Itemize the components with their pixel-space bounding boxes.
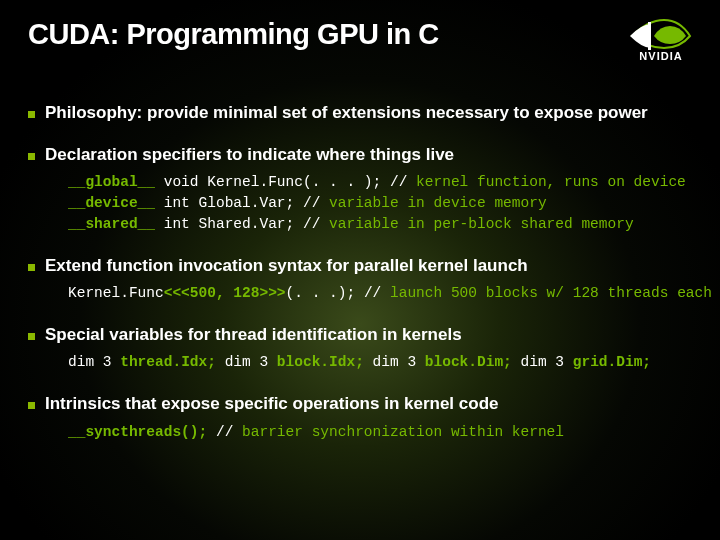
code-text: dim 3 <box>364 354 425 370</box>
comment-slashes: // <box>303 195 329 211</box>
keyword: __shared__ <box>68 216 155 232</box>
code-text: void Kernel.Func(. . . ); <box>155 174 390 190</box>
bullet-row: Declaration specifiers to indicate where… <box>28 144 692 166</box>
header: CUDA: Programming GPU in C NVIDIA <box>28 18 692 62</box>
code-text: int Global.Var; <box>155 195 303 211</box>
nvidia-eye-icon <box>630 14 692 52</box>
point-title: Extend function invocation syntax for pa… <box>45 255 528 277</box>
point-title: Declaration specifiers to indicate where… <box>45 144 454 166</box>
nvidia-logo: NVIDIA <box>630 14 692 62</box>
keyword: __syncthreads(); <box>68 424 207 440</box>
code-text: int Shared.Var; <box>155 216 303 232</box>
code-block: __global__ void Kernel.Func(. . . ); // … <box>68 172 692 235</box>
bullet-icon <box>28 402 35 409</box>
keyword: __device__ <box>68 195 155 211</box>
code-line: __shared__ int Shared.Var; // variable i… <box>68 214 692 235</box>
bullet-point: Philosophy: provide minimal set of exten… <box>28 102 692 124</box>
bullet-icon <box>28 333 35 340</box>
comment-text: variable in device memory <box>329 195 547 211</box>
point-title: Special variables for thread identificat… <box>45 324 462 346</box>
keyword: grid.Dim; <box>573 354 651 370</box>
comment-slashes: // <box>390 174 416 190</box>
bullet-icon <box>28 264 35 271</box>
bullet-point: Special variables for thread identificat… <box>28 324 692 373</box>
comment-text: variable in per-block shared memory <box>329 216 634 232</box>
bullet-icon <box>28 111 35 118</box>
bullet-row: Intrinsics that expose specific operatio… <box>28 393 692 415</box>
code-text: dim 3 <box>68 354 120 370</box>
comment-slashes: // <box>216 424 242 440</box>
bullet-point: Declaration specifiers to indicate where… <box>28 144 692 235</box>
bullet-point: Intrinsics that expose specific operatio… <box>28 393 692 442</box>
slide: CUDA: Programming GPU in C NVIDIA Philos… <box>0 0 720 540</box>
code-line: __device__ int Global.Var; // variable i… <box>68 193 692 214</box>
code-block: __syncthreads(); // barrier synchronizat… <box>68 422 692 443</box>
code-line: __syncthreads(); // barrier synchronizat… <box>68 422 692 443</box>
code-line: __global__ void Kernel.Func(. . . ); // … <box>68 172 692 193</box>
comment-text: barrier synchronization within kernel <box>242 424 564 440</box>
comment-text: kernel function, runs on device <box>416 174 686 190</box>
bullet-point: Extend function invocation syntax for pa… <box>28 255 692 304</box>
comment-slashes: // <box>364 285 390 301</box>
keyword: <<<500, 128>>> <box>164 285 286 301</box>
code-block: Kernel.Func<<<500, 128>>>(. . .); // lau… <box>68 283 692 304</box>
point-title: Intrinsics that expose specific operatio… <box>45 393 498 415</box>
comment-text: launch 500 blocks w/ 128 threads each <box>390 285 712 301</box>
code-text <box>207 424 216 440</box>
code-block: dim 3 thread.Idx; dim 3 block.Idx; dim 3… <box>68 352 692 373</box>
code-line: dim 3 thread.Idx; dim 3 block.Idx; dim 3… <box>68 352 692 373</box>
bullet-row: Philosophy: provide minimal set of exten… <box>28 102 692 124</box>
slide-title: CUDA: Programming GPU in C <box>28 18 439 51</box>
keyword: block.Idx; <box>277 354 364 370</box>
keyword: thread.Idx; <box>120 354 216 370</box>
code-text: dim 3 <box>512 354 573 370</box>
nvidia-logo-text: NVIDIA <box>639 50 682 62</box>
code-text: dim 3 <box>216 354 277 370</box>
keyword: block.Dim; <box>425 354 512 370</box>
bullet-icon <box>28 153 35 160</box>
code-text: (. . .); <box>286 285 364 301</box>
code-line: Kernel.Func<<<500, 128>>>(. . .); // lau… <box>68 283 692 304</box>
bullet-row: Extend function invocation syntax for pa… <box>28 255 692 277</box>
point-title: Philosophy: provide minimal set of exten… <box>45 102 648 124</box>
keyword: __global__ <box>68 174 155 190</box>
comment-slashes: // <box>303 216 329 232</box>
bullet-row: Special variables for thread identificat… <box>28 324 692 346</box>
code-text: Kernel.Func <box>68 285 164 301</box>
